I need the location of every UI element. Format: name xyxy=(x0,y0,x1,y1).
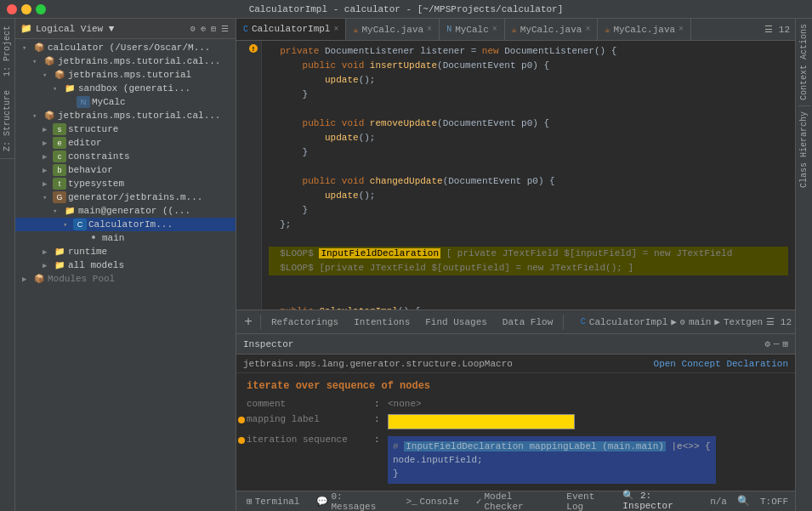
tab-mycalc-java-3[interactable]: ☕ MyCalc.java × xyxy=(598,19,691,40)
tree-arrow: ▶ xyxy=(43,152,53,162)
tree-item-structure[interactable]: ▶ s structure xyxy=(15,122,236,136)
model-checker-tab[interactable]: ✓ Model Checker xyxy=(473,491,556,512)
window-title: CalculatorImpl - calculator - [~/MPSProj… xyxy=(249,4,564,14)
tab-close-icon[interactable]: × xyxy=(679,25,684,34)
tree-item-jetbrains1[interactable]: ▾ 📦 jetbrains.mps.tutorial.cal... xyxy=(15,54,236,68)
seq-line-1: # InputFieldDeclaration mappingLabel (ma… xyxy=(393,440,711,453)
tree-item-constraints[interactable]: ▶ c constraints xyxy=(15,150,236,163)
data-flow-button[interactable]: Data Flow xyxy=(496,315,559,329)
intentions-button[interactable]: Intentions xyxy=(347,315,417,329)
project-action-4[interactable]: ☰ xyxy=(219,23,230,35)
tree-label: jetbrains.mps.tutorial.cal... xyxy=(58,56,220,66)
minimize-button[interactable] xyxy=(21,4,31,14)
behavior-icon: b xyxy=(53,164,66,176)
tree-label: typesystem xyxy=(68,179,124,189)
tab-mycalc-java-1[interactable]: ☕ MyCalc.java × xyxy=(346,19,440,40)
find-usages-button[interactable]: Find Usages xyxy=(418,315,494,329)
tree-label: behavior xyxy=(68,165,113,175)
code-editor[interactable]: ! private DocumentListener listener = ne… xyxy=(236,41,795,309)
tree-item-behavior[interactable]: ▶ b behavior xyxy=(15,163,236,177)
tree-item-editor[interactable]: ▶ e editor xyxy=(15,136,236,150)
bottom-bar: ⊞ Terminal 💬 0: Messages >_ Console ✓ Mo… xyxy=(236,491,795,511)
tab-mycalc[interactable]: N MyCalc × xyxy=(440,19,505,40)
inspector-close-icon[interactable]: — xyxy=(774,338,780,349)
iteration-seq-value[interactable]: # InputFieldDeclaration mappingLabel (ma… xyxy=(388,436,716,484)
tree-label: runtime xyxy=(68,247,107,257)
tab-close-icon[interactable]: × xyxy=(585,25,590,34)
inspector-tab-bottom[interactable]: 🔍 2: Inspector xyxy=(622,490,700,511)
tree-item-main-generator[interactable]: ▾ 📁 main@generator ((... xyxy=(15,204,236,218)
project-vtab[interactable]: 1: Project xyxy=(0,19,14,83)
inspector-expand-icon[interactable]: ⊞ xyxy=(782,338,788,349)
node-icon: N xyxy=(77,96,90,108)
model-checker-label: Model Checker xyxy=(484,491,553,512)
tab-overflow-btn[interactable]: ☰ 12 xyxy=(759,19,795,40)
tree-item-sandbox[interactable]: ▾ 📁 sandbox (generati... xyxy=(15,82,236,95)
tree-item-mycalc[interactable]: ▶ N MyCalc xyxy=(15,95,236,109)
code-content[interactable]: private DocumentListener listener = new … xyxy=(262,41,795,309)
tree-item-generator[interactable]: ▾ G generator/jetbrains.m... xyxy=(15,190,236,204)
tab-close-icon[interactable]: × xyxy=(333,25,338,34)
close-button[interactable] xyxy=(7,4,17,14)
maximize-button[interactable] xyxy=(36,4,46,14)
terminal-icon: ⊞ xyxy=(247,496,253,507)
traffic-lights xyxy=(7,4,46,14)
inspector-settings-icon[interactable]: ⚙ xyxy=(764,338,770,349)
zoom-icon[interactable]: 🔍 xyxy=(737,495,750,508)
refactorings-button[interactable]: Refactorings xyxy=(264,315,345,329)
toolbar-separator-2 xyxy=(563,315,564,330)
messages-tab[interactable]: 💬 0: Messages xyxy=(313,491,392,512)
tab-label: MyCalc.java xyxy=(520,25,582,35)
tab-java-icon: ☕ xyxy=(512,25,517,35)
tree-item-calculator-impl[interactable]: ▾ C CalculatorIm... xyxy=(15,218,236,231)
line-gutter: ! xyxy=(236,41,262,309)
code-line-loop2: $LOOP$ [private JTextField $[outputField… xyxy=(269,261,788,275)
inspector-content: iterate over sequence of nodes comment :… xyxy=(236,373,795,491)
class-icon: C xyxy=(73,219,87,230)
code-line-8: } xyxy=(269,145,788,160)
project-action-2[interactable]: ⊕ xyxy=(199,23,207,35)
project-action-1[interactable]: ⚙ xyxy=(189,23,197,35)
mapping-label-input[interactable] xyxy=(388,414,575,429)
package-icon: 📦 xyxy=(53,69,66,81)
tab-mycalc-java-2[interactable]: ☕ MyCalc.java × xyxy=(505,19,599,40)
tab-calculator-impl[interactable]: C CalculatorImpl × xyxy=(236,19,346,41)
terminal-label: Terminal xyxy=(255,497,300,507)
tree-item-typesystem[interactable]: ▶ t typesystem xyxy=(15,177,236,190)
project-action-3[interactable]: ⊞ xyxy=(209,23,218,35)
tab-close-icon[interactable]: × xyxy=(492,25,497,34)
folder-icon: 📁 xyxy=(53,259,66,271)
add-button[interactable]: + xyxy=(240,314,257,331)
class-hierarchy-label[interactable]: Class Hierarchy xyxy=(798,106,810,193)
tree-item-jetbrains2[interactable]: ▾ 📦 jetbrains.mps.tutorial xyxy=(15,68,236,82)
toggle-label[interactable]: T:OFF xyxy=(760,497,788,507)
open-concept-link[interactable]: Open Concept Declaration xyxy=(654,359,788,369)
event-log-label[interactable]: Event Log xyxy=(566,491,612,512)
project-header-actions: ⚙ ⊕ ⊞ ☰ xyxy=(189,23,230,35)
tree-arrow: ▾ xyxy=(43,71,53,80)
tree-item-modules-pool[interactable]: ▶ 📦 Modules Pool xyxy=(15,272,236,286)
typesystem-icon: t xyxy=(53,178,66,190)
constraints-icon: c xyxy=(53,150,66,162)
tab-label: MyCalc xyxy=(455,25,489,35)
colon: : xyxy=(374,414,388,424)
tab-close-icon[interactable]: × xyxy=(427,25,432,34)
context-actions-label[interactable]: Context Actions xyxy=(798,19,810,105)
iteration-seq-label: iteration sequence xyxy=(247,434,374,445)
tab-label: MyCalc.java xyxy=(361,25,423,35)
tree-label: all models xyxy=(68,260,124,270)
console-tab[interactable]: >_ Console xyxy=(402,497,462,507)
tree-item-calculator[interactable]: ▾ 📦 calculator (/Users/Oscar/M... xyxy=(15,41,236,54)
tree-item-all-models[interactable]: ▶ 📁 all models xyxy=(15,258,236,272)
tree-arrow: ▶ xyxy=(43,125,53,134)
toolbar-overflow[interactable]: ☰ 12 xyxy=(766,316,792,327)
tab-class-icon: C xyxy=(243,25,248,34)
tree-item-jetbrains3[interactable]: ▾ 📦 jetbrains.mps.tutorial.cal... xyxy=(15,109,236,122)
structure-vtab[interactable]: Z: Structure xyxy=(0,83,14,159)
terminal-tab[interactable]: ⊞ Terminal xyxy=(243,496,303,507)
tree-item-runtime[interactable]: ▶ 📁 runtime xyxy=(15,245,236,258)
vertical-tabs: 1: Project Z: Structure xyxy=(0,19,15,511)
tree-item-main[interactable]: ▶ • main xyxy=(15,231,236,245)
inspector-path-bar: jetbrains.mps.lang.generator.structure.L… xyxy=(236,355,795,373)
tab-node-icon: N xyxy=(446,25,451,34)
